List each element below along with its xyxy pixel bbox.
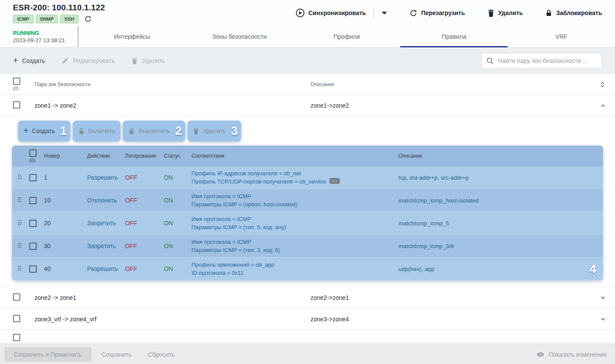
device-info: ESR-200: 100.110.1.122 ICMP SNMP SSH xyxy=(13,0,105,26)
trash-icon xyxy=(193,128,199,135)
disable-rule-label: Выключить xyxy=(138,128,170,134)
create-pair-label: Создать xyxy=(22,57,45,64)
tabs: Интерфейсы Зоны безопасности Профили Пра… xyxy=(78,26,615,47)
row-checkbox[interactable] xyxy=(29,197,37,204)
match-line: Параметры ICMP = (option: host-isolated) xyxy=(191,200,398,209)
tab-profiles[interactable]: Профили xyxy=(293,26,401,47)
rule-description: udp(hex), app xyxy=(398,266,597,272)
select-all-checkbox[interactable] xyxy=(13,78,20,85)
chevron-down-icon[interactable] xyxy=(595,294,606,301)
delete-pair-button[interactable]: Удалить xyxy=(131,57,165,65)
rules-table: (0) Номер Действие Логирование Статус Со… xyxy=(12,146,603,280)
zone-pairs-table: (0) Пара зон безопасности Описание zone1… xyxy=(0,74,615,346)
delete-rule-button[interactable]: Удалить xyxy=(193,128,227,135)
collapse-all-icon[interactable] xyxy=(595,81,606,88)
edit-pair-button[interactable]: Редактировать xyxy=(61,57,115,65)
match-line: Параметры ICMP = (тип: 5, код: any) xyxy=(191,223,398,232)
delete-device-label: Удалить xyxy=(498,9,523,16)
show-changes-label: Показать изменения xyxy=(549,351,606,358)
eye-icon xyxy=(536,350,545,359)
zone-pair-row[interactable]: zone3_vrf -> zone4_vrf zone3->zone4 xyxy=(0,308,615,330)
highlight-chip-disable: Выключить 2 xyxy=(123,121,185,141)
select-all-checkbox[interactable] xyxy=(29,149,37,157)
match-line: Профиль TCP/UDP-портов получателя = ob_s… xyxy=(191,177,398,186)
row-checkbox[interactable] xyxy=(13,334,20,341)
column-action: Действие xyxy=(87,153,125,159)
drag-handle-icon[interactable]: ⠿ xyxy=(17,265,29,273)
tab-rules[interactable]: Правила xyxy=(400,26,508,47)
rules-table-header: (0) Номер Действие Логирование Статус Со… xyxy=(12,146,603,166)
row-checkbox[interactable] xyxy=(13,293,20,301)
disable-rule-button[interactable]: Выключить xyxy=(128,128,172,135)
chevron-up-icon[interactable] xyxy=(595,102,606,109)
match-line: ID протокола = 0x11 xyxy=(191,269,398,277)
rule-status: ON xyxy=(164,197,191,204)
chevron-down-icon[interactable] xyxy=(595,316,606,323)
show-changes-button[interactable]: Показать изменения xyxy=(536,350,606,359)
tab-interfaces[interactable]: Интерфейсы xyxy=(78,26,186,47)
save-apply-button[interactable]: Сохранить и Применить xyxy=(4,347,91,362)
edit-pair-label: Редактировать xyxy=(73,57,115,64)
match-line: Профиль IP-адресов получателя = ob_net xyxy=(191,169,398,178)
drag-handle-icon[interactable]: ⠿ xyxy=(17,196,29,204)
rule-description: matchIcmp_icmp_5 xyxy=(398,220,597,227)
reset-button[interactable]: Сбросить xyxy=(142,351,181,358)
rule-action: Разрешить xyxy=(87,174,125,181)
rule-row[interactable]: ⠿ 30 Запретить OFF ON Имя протокола = IC… xyxy=(12,235,603,258)
enable-rule-button[interactable]: Включить xyxy=(78,128,117,135)
delete-pair-label: Удалить xyxy=(142,57,165,64)
sync-button[interactable]: Синхронизировать xyxy=(295,8,366,18)
delete-device-button[interactable]: Удалить xyxy=(487,9,523,17)
zone-pair-row[interactable] xyxy=(0,330,615,346)
row-checkbox[interactable] xyxy=(29,174,37,181)
rule-row[interactable]: ⠿ 1 Разрешить OFF ON Профиль IP-адресов … xyxy=(12,166,603,189)
rule-row[interactable]: ⠿ 20 Запретить OFF ON Имя протокола = IC… xyxy=(12,212,603,235)
rule-logging: OFF xyxy=(125,265,164,272)
row-checkbox[interactable] xyxy=(13,101,20,109)
rule-row[interactable]: ⠿ 40 Разрешить OFF ON Профиль приложений… xyxy=(12,258,603,280)
rule-row[interactable]: ⠿ 10 Отклонить OFF ON Имя протокола = IC… xyxy=(12,189,603,212)
rule-action: Запретить xyxy=(87,220,125,227)
rule-number: 1 xyxy=(44,174,87,181)
refresh-icon[interactable] xyxy=(84,15,92,23)
zone-pair-description: zone1->zone2 xyxy=(311,102,595,109)
zone-pair-description: zone2->zone1 xyxy=(311,294,595,301)
row-checkbox[interactable] xyxy=(29,243,37,250)
rule-number: 10 xyxy=(44,197,87,204)
rule-action: Отклонить xyxy=(87,197,125,204)
tab-vrf[interactable]: VRF xyxy=(508,26,615,47)
reboot-button[interactable]: Перезагрузить xyxy=(409,9,465,17)
drag-handle-icon[interactable]: ⠿ xyxy=(17,219,29,227)
save-button[interactable]: Сохранить xyxy=(96,351,138,358)
row-checkbox[interactable] xyxy=(29,265,37,273)
match-line: Имя протокола = ICMP xyxy=(191,215,398,224)
tab-bar: RUNNING 2023-09-27 13:38:21 Интерфейсы З… xyxy=(0,26,615,47)
create-rule-label: Создать xyxy=(32,128,55,134)
highlight-chip-delete: Удалить 3 xyxy=(188,121,241,141)
match-line: Профиль приложений = ob_app xyxy=(191,261,398,269)
drag-handle-icon[interactable]: ⠿ xyxy=(17,242,29,250)
zone-pair-row[interactable]: zone2 -> zone1 zone2->zone1 xyxy=(0,287,615,308)
lock-device-button[interactable]: Заблокировать xyxy=(545,9,602,17)
sync-dropdown-caret-icon[interactable] xyxy=(382,12,387,15)
select-all-cell: (0) xyxy=(29,149,44,163)
row-checkbox[interactable] xyxy=(13,315,20,322)
create-rule-button[interactable]: + Создать xyxy=(23,128,56,134)
more-icon[interactable]: ⋯ xyxy=(329,178,340,184)
rule-description: tcp, dst-addr+p, src-addr+p xyxy=(398,174,597,181)
page-title: ESR-200: 100.110.1.122 xyxy=(13,3,105,12)
zone-pair-name: zone2 -> zone1 xyxy=(35,294,311,301)
rule-number: 20 xyxy=(44,220,87,227)
rule-status: ON xyxy=(164,265,191,272)
enable-rule-label: Включить xyxy=(88,128,116,134)
tab-security-zones[interactable]: Зоны безопасности xyxy=(186,26,293,47)
badge-icmp: ICMP xyxy=(13,15,34,23)
row-checkbox[interactable] xyxy=(29,220,37,227)
zone-pair-name: zone1 -> zone2 xyxy=(35,102,311,109)
search-input[interactable] xyxy=(497,57,597,65)
annotation-3: 3 xyxy=(231,125,238,137)
status-badge: RUNNING xyxy=(13,30,78,36)
zone-pair-row[interactable]: zone1 -> zone2 zone1->zone2 xyxy=(0,95,615,116)
create-pair-button[interactable]: + Создать xyxy=(13,57,45,64)
drag-handle-icon[interactable]: ⠿ xyxy=(17,174,29,181)
